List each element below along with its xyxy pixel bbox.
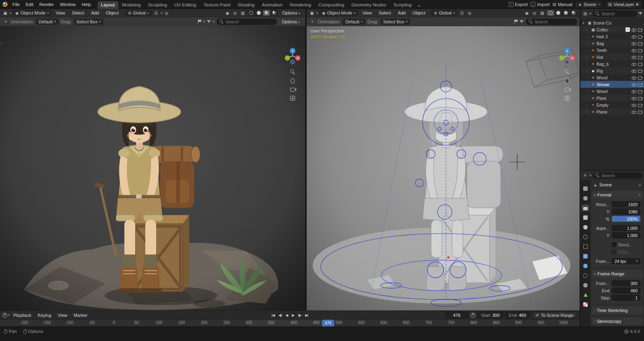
outliner-row-plane[interactable]: › ▼ Plane. xyxy=(580,108,644,115)
show-gizmo-icon[interactable]: ◉ xyxy=(224,10,231,16)
outliner-row-collection[interactable]: › ▦ Collec ✓ xyxy=(580,26,644,33)
disable-render-icon[interactable] xyxy=(638,27,643,32)
panel-menu-icon[interactable]: ≡ xyxy=(638,193,640,197)
transform-orientation-dropdown[interactable]: ⊕ Global ▾ xyxy=(431,10,458,16)
outliner-row-bag-b[interactable]: › ▼ Bag_b xyxy=(580,60,644,67)
current-frame-field[interactable]: 476 xyxy=(445,312,469,318)
tab-output[interactable] xyxy=(582,205,589,211)
resolution-y-field[interactable]: 1080 xyxy=(612,209,640,215)
resolution-x-field[interactable]: 1920 xyxy=(612,201,640,207)
outliner-row-hat[interactable]: › ▼ Hat xyxy=(580,54,644,60)
menu-add[interactable]: Add xyxy=(395,10,409,16)
navigation-gizmo[interactable]: Z X xyxy=(284,47,301,65)
tab-rendering[interactable]: Rendering xyxy=(286,1,315,9)
menu-marker[interactable]: Marker xyxy=(71,312,90,318)
disable-render-icon[interactable] xyxy=(638,109,643,114)
toggle-perspective-icon[interactable] xyxy=(565,96,570,101)
bookmark-icon[interactable] xyxy=(514,20,518,24)
viewlayer-selector[interactable]: ▤ ViewLayer ▣ xyxy=(605,1,642,8)
camera-view-icon[interactable] xyxy=(565,88,570,91)
mode-dropdown[interactable]: ◉ Object Mode ▾ xyxy=(12,10,52,16)
tab-sculpting[interactable]: Sculpting xyxy=(144,1,171,9)
navigation-gizmo[interactable]: Z X xyxy=(558,47,576,65)
outliner-row-bag[interactable]: › ▼ Bag xyxy=(580,40,644,47)
wireframe-scene[interactable]: User Perspective (476) Showel | rig › Z … xyxy=(307,26,580,310)
tab-scene[interactable] xyxy=(582,224,589,231)
toggle-perspective-icon[interactable] xyxy=(290,96,295,101)
active-tool-icon[interactable]: + xyxy=(309,19,316,25)
disable-render-icon[interactable] xyxy=(638,102,643,107)
prev-keyframe-button[interactable]: ◀| xyxy=(277,312,283,318)
zoom-icon[interactable] xyxy=(290,69,295,74)
toggle-xray-icon[interactable]: ▨ xyxy=(539,10,545,16)
editor-type-icon[interactable]: ▣ xyxy=(2,10,8,16)
hide-viewport-icon[interactable] xyxy=(631,68,636,73)
filter-icon[interactable] xyxy=(638,12,642,15)
timeline-ruler[interactable]: -200 -150 -100 -50 0 50 100 150 200 250 … xyxy=(0,319,580,326)
menu-edit[interactable]: Edit xyxy=(23,1,36,8)
format-section-header[interactable]: ▾ Format ≡ xyxy=(592,191,643,199)
hide-viewport-icon[interactable] xyxy=(631,27,636,32)
shading-material[interactable] xyxy=(263,10,270,16)
toolbar-expand-arrow[interactable]: › xyxy=(308,41,309,45)
outliner-row-showe-selected[interactable]: › ▼ Showe xyxy=(580,81,644,88)
frame-end-field[interactable]: 460 xyxy=(612,287,640,293)
outliner-row-hair2[interactable]: › ▼ Hair 2 xyxy=(580,33,644,40)
blender-logo-icon[interactable] xyxy=(2,2,8,7)
menu-window[interactable]: Window xyxy=(57,1,78,8)
tab-physics[interactable] xyxy=(582,272,589,279)
hide-viewport-icon[interactable] xyxy=(631,95,636,101)
viewport-shaded[interactable]: ▣ ▾ ◉ Object Mode ▾ View Select Add Obje… xyxy=(0,9,305,310)
shading-solid[interactable] xyxy=(255,10,262,16)
disable-render-icon[interactable] xyxy=(638,61,643,66)
menu-select[interactable]: Select xyxy=(376,10,394,16)
aspect-y-field[interactable]: 1.000 xyxy=(612,232,640,238)
tab-object-data[interactable] xyxy=(582,291,589,298)
snap-magnet-icon[interactable]: Ω xyxy=(459,10,465,16)
collection-checkbox[interactable]: ✓ xyxy=(625,27,630,32)
drag-dropdown[interactable]: Select Box▾ xyxy=(380,19,411,25)
frame-start-field[interactable]: 300 xyxy=(612,280,640,286)
show-gizmo-icon[interactable]: ◉ xyxy=(524,10,530,16)
hide-viewport-icon[interactable] xyxy=(631,61,636,66)
active-tool-icon[interactable]: + xyxy=(2,19,9,25)
menu-view[interactable]: View xyxy=(53,10,68,16)
export-button[interactable]: ↑ Export xyxy=(509,2,528,7)
snap-magnet-icon[interactable]: Ω xyxy=(153,10,159,16)
viewport-wireframe[interactable]: ▣ ▾ ◉ Object Mode ▾ View Select Add Obje… xyxy=(307,9,580,310)
timeline-editor-icon[interactable] xyxy=(2,313,7,318)
import-button[interactable]: ↓ Import xyxy=(530,2,549,7)
aspect-x-field[interactable]: 1.000 xyxy=(612,225,640,231)
tab-texture-paint[interactable]: Texture Paint xyxy=(200,1,234,9)
hide-viewport-icon[interactable] xyxy=(631,54,636,60)
options-dropdown[interactable]: Options ▾ xyxy=(279,10,303,16)
menu-keying[interactable]: Keying xyxy=(35,312,54,318)
start-frame-field[interactable]: Start300 xyxy=(477,312,504,318)
playhead[interactable]: 476 xyxy=(322,320,334,327)
bookmark-icon[interactable] xyxy=(198,20,201,24)
viewport-search[interactable] xyxy=(217,19,277,25)
outliner-row-rig[interactable]: › ◆ Rig xyxy=(580,67,644,74)
tab-modeling[interactable]: Modeling xyxy=(118,1,144,9)
new-viewlayer-icon[interactable]: ▣ xyxy=(636,2,639,6)
outliner-row-plant[interactable]: › ▼ Plant xyxy=(580,95,644,101)
shading-wireframe[interactable] xyxy=(248,10,255,16)
crop-checkbox[interactable] xyxy=(612,250,616,254)
render-region-checkbox[interactable] xyxy=(612,242,616,247)
hide-viewport-icon[interactable] xyxy=(631,48,636,53)
viewport-search[interactable] xyxy=(526,19,577,25)
filter-icon[interactable] xyxy=(520,20,524,23)
transform-orientation-dropdown[interactable]: ⊕ Global ▾ xyxy=(125,10,152,16)
tab-object[interactable] xyxy=(582,243,589,250)
tab-view-layer[interactable] xyxy=(582,214,589,221)
menu-select[interactable]: Select xyxy=(69,10,87,16)
hide-viewport-icon[interactable] xyxy=(631,89,636,94)
outliner-search[interactable] xyxy=(592,10,637,17)
filter-icon[interactable] xyxy=(207,20,211,23)
tab-constraints[interactable] xyxy=(582,282,589,289)
tab-texture[interactable] xyxy=(582,301,589,308)
shading-material[interactable] xyxy=(562,10,570,16)
outliner-row-scene-collection[interactable]: ▾ ▦ Scene Co xyxy=(580,19,644,26)
hide-viewport-icon[interactable] xyxy=(631,102,636,107)
outliner-row-empty[interactable]: › + Empty xyxy=(580,101,644,108)
